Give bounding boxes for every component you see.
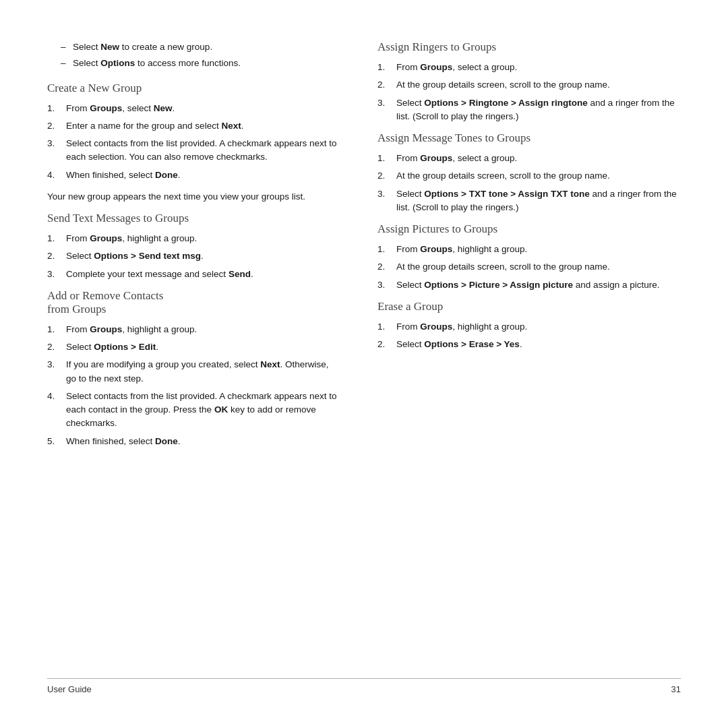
item-content: Select contacts from the list provided. … xyxy=(66,390,337,431)
left-column: Select New to create a new group. Select… xyxy=(47,40,364,671)
item-content: At the group details screen, scroll to t… xyxy=(396,78,681,92)
item-content: From Groups, highlight a group. xyxy=(396,243,681,256)
item-num: 1. xyxy=(377,152,396,165)
section-assign-tones: Assign Message Tones to Groups 1. From G… xyxy=(377,131,681,214)
item-content: Select Options > Edit. xyxy=(66,340,337,354)
two-column-layout: Select New to create a new group. Select… xyxy=(47,40,681,671)
item-content: At the group details screen, scroll to t… xyxy=(396,260,681,274)
item-num: 4. xyxy=(47,169,66,182)
item-content: When finished, select Done. xyxy=(66,435,337,448)
item-num: 3. xyxy=(47,137,66,164)
section-create-group: Create a New Group 1. From Groups, selec… xyxy=(47,82,337,204)
list-item: 3. If you are modifying a group you crea… xyxy=(47,358,337,386)
item-num: 2. xyxy=(47,249,66,263)
list-item: 3. Select Options > Ringtone > Assign ri… xyxy=(377,96,681,124)
item-content: If you are modifying a group you created… xyxy=(66,358,337,386)
heading-assign-ringers: Assign Ringers to Groups xyxy=(377,40,681,54)
item-content: When finished, select Done. xyxy=(66,169,337,182)
list-item: 3. Complete your text message and select… xyxy=(47,268,337,281)
item-content: From Groups, highlight a group. xyxy=(66,232,337,245)
list-item: 1. From Groups, highlight a group. xyxy=(377,243,681,256)
item-content: At the group details screen, scroll to t… xyxy=(396,169,681,183)
footer-right: 31 xyxy=(671,684,681,694)
heading-add-remove: Add or Remove Contactsfrom Groups xyxy=(47,289,337,316)
list-assign-pictures: 1. From Groups, highlight a group. 2. At… xyxy=(377,243,681,292)
item-num: 3. xyxy=(377,96,396,124)
list-add-remove: 1. From Groups, highlight a group. 2. Se… xyxy=(47,323,337,448)
list-item: 2. Enter a name for the group and select… xyxy=(47,119,337,133)
item-num: 2. xyxy=(377,260,396,274)
heading-assign-pictures: Assign Pictures to Groups xyxy=(377,222,681,236)
list-item: 4. Select contacts from the list provide… xyxy=(47,390,337,431)
item-num: 2. xyxy=(47,119,66,133)
item-content: From Groups, highlight a group. xyxy=(66,323,337,336)
list-item: 1. From Groups, highlight a group. xyxy=(47,232,337,245)
heading-assign-tones: Assign Message Tones to Groups xyxy=(377,131,681,145)
para-create-group: Your new group appears the next time you… xyxy=(47,190,337,204)
item-num: 1. xyxy=(377,320,396,334)
item-num: 2. xyxy=(377,169,396,183)
heading-send-text: Send Text Messages to Groups xyxy=(47,212,337,225)
list-item: 1. From Groups, select a group. xyxy=(377,152,681,165)
right-column: Assign Ringers to Groups 1. From Groups,… xyxy=(364,40,681,671)
top-bullet-list: Select New to create a new group. Select… xyxy=(61,40,337,71)
item-content: From Groups, select New. xyxy=(66,102,337,115)
list-item: 3. Select contacts from the list provide… xyxy=(47,137,337,164)
list-item: 2. At the group details screen, scroll t… xyxy=(377,78,681,92)
list-item: 1. From Groups, highlight a group. xyxy=(47,323,337,336)
section-assign-pictures: Assign Pictures to Groups 1. From Groups… xyxy=(377,222,681,292)
item-num: 2. xyxy=(377,338,396,351)
item-num: 1. xyxy=(377,61,396,74)
bullet-item-1: Select New to create a new group. xyxy=(61,40,337,54)
item-num: 5. xyxy=(47,435,66,448)
item-content: Select Options > Picture > Assign pictur… xyxy=(396,278,681,292)
list-create-group: 1. From Groups, select New. 2. Enter a n… xyxy=(47,102,337,182)
page: Select New to create a new group. Select… xyxy=(0,0,728,728)
item-num: 3. xyxy=(47,268,66,281)
footer-left: User Guide xyxy=(47,684,92,694)
item-content: Select Options > TXT tone > Assign TXT t… xyxy=(396,187,681,215)
item-num: 1. xyxy=(47,102,66,115)
heading-create-group: Create a New Group xyxy=(47,82,337,95)
item-content: Select contacts from the list provided. … xyxy=(66,137,337,164)
list-item: 2. Select Options > Erase > Yes. xyxy=(377,338,681,351)
list-item: 1. From Groups, select New. xyxy=(47,102,337,115)
item-content: Select Options > Ringtone > Assign ringt… xyxy=(396,96,681,124)
list-assign-ringers: 1. From Groups, select a group. 2. At th… xyxy=(377,61,681,123)
list-item: 1. From Groups, select a group. xyxy=(377,61,681,74)
footer: User Guide 31 xyxy=(47,678,681,694)
item-num: 2. xyxy=(377,78,396,92)
list-assign-tones: 1. From Groups, select a group. 2. At th… xyxy=(377,152,681,214)
item-num: 3. xyxy=(377,278,396,292)
heading-erase-group: Erase a Group xyxy=(377,300,681,313)
item-num: 4. xyxy=(47,390,66,431)
item-content: Complete your text message and select Se… xyxy=(66,268,337,281)
list-item: 2. At the group details screen, scroll t… xyxy=(377,260,681,274)
list-item: 3. Select Options > Picture > Assign pic… xyxy=(377,278,681,292)
item-content: Enter a name for the group and select Ne… xyxy=(66,119,337,133)
item-num: 1. xyxy=(377,243,396,256)
list-send-text: 1. From Groups, highlight a group. 2. Se… xyxy=(47,232,337,281)
section-add-remove: Add or Remove Contactsfrom Groups 1. Fro… xyxy=(47,289,337,448)
item-content: From Groups, highlight a group. xyxy=(396,320,681,334)
list-item: 2. Select Options > Send text msg. xyxy=(47,249,337,263)
list-item: 2. Select Options > Edit. xyxy=(47,340,337,354)
item-content: From Groups, select a group. xyxy=(396,152,681,165)
item-num: 2. xyxy=(47,340,66,354)
list-item: 4. When finished, select Done. xyxy=(47,169,337,182)
item-num: 3. xyxy=(47,358,66,386)
section-send-text: Send Text Messages to Groups 1. From Gro… xyxy=(47,212,337,281)
section-assign-ringers: Assign Ringers to Groups 1. From Groups,… xyxy=(377,40,681,123)
item-num: 1. xyxy=(47,232,66,245)
item-num: 1. xyxy=(47,323,66,336)
list-item: 2. At the group details screen, scroll t… xyxy=(377,169,681,183)
item-content: Select Options > Erase > Yes. xyxy=(396,338,681,351)
list-item: 1. From Groups, highlight a group. xyxy=(377,320,681,334)
list-erase-group: 1. From Groups, highlight a group. 2. Se… xyxy=(377,320,681,352)
item-content: Select Options > Send text msg. xyxy=(66,249,337,263)
list-item: 3. Select Options > TXT tone > Assign TX… xyxy=(377,187,681,215)
section-erase-group: Erase a Group 1. From Groups, highlight … xyxy=(377,300,681,352)
item-content: From Groups, select a group. xyxy=(396,61,681,74)
item-num: 3. xyxy=(377,187,396,215)
list-item: 5. When finished, select Done. xyxy=(47,435,337,448)
